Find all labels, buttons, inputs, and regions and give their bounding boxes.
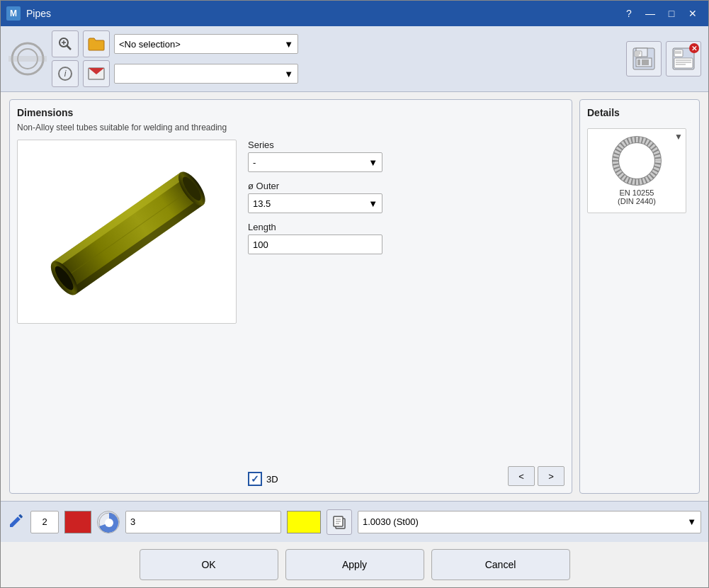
window-controls: ? — □ ✕	[619, 4, 703, 23]
nav-buttons: < >	[508, 466, 565, 486]
maximize-button[interactable]: □	[662, 4, 681, 23]
apply-button[interactable]: Apply	[285, 549, 424, 580]
color1-swatch[interactable]	[64, 511, 91, 533]
close-button[interactable]: ✕	[683, 4, 703, 23]
toolbar-controls: <No selection> ▼ i	[52, 30, 298, 87]
action-bar: OK Apply Cancel	[1, 542, 708, 587]
details-label1: EN 10255	[618, 188, 656, 197]
outer-field: ø Outer 13.5 ▼	[248, 181, 565, 213]
length-field: Length	[248, 222, 565, 254]
toolbar-row-1: <No selection> ▼	[52, 30, 298, 57]
pencil-icon	[8, 512, 25, 531]
color2-swatch[interactable]	[287, 511, 321, 533]
search-button[interactable]	[52, 30, 79, 57]
details-dropdown-icon[interactable]: ▼	[674, 132, 683, 142]
app-icon: M	[6, 6, 21, 21]
series-dropdown[interactable]: - ▼	[248, 152, 382, 172]
dimensions-body: Series - ▼ ø Outer 13.5 ▼	[17, 140, 565, 486]
info-button[interactable]: i	[52, 60, 79, 87]
length-input[interactable]	[248, 234, 382, 254]
toolbar: <No selection> ▼ i	[1, 26, 708, 92]
second-dropdown[interactable]: ▼	[114, 64, 298, 84]
cancel-button[interactable]: Cancel	[431, 549, 570, 580]
save-button[interactable]	[626, 41, 662, 77]
dimensions-subtitle: Non-Alloy steel tubes suitable for weldi…	[17, 123, 565, 132]
copy-button[interactable]	[327, 509, 352, 535]
ok-button[interactable]: OK	[140, 549, 278, 580]
title-bar: M Pipes ? — □ ✕	[1, 1, 708, 26]
outer-label: ø Outer	[248, 181, 565, 191]
folder-button[interactable]	[83, 30, 110, 57]
prev-button[interactable]: <	[508, 466, 535, 486]
bottom-bar: 1.0030 (St00) ▼	[1, 501, 708, 542]
svg-line-4	[67, 46, 72, 50]
series-label: Series	[248, 140, 565, 150]
dimensions-panel: Dimensions Non-Alloy steel tubes suitabl…	[9, 99, 572, 494]
minimize-button[interactable]: —	[640, 4, 660, 23]
layer-input[interactable]	[125, 511, 281, 533]
next-button[interactable]: >	[538, 466, 565, 486]
ring-icon	[612, 136, 662, 186]
transparency-icon[interactable]	[97, 511, 120, 533]
3d-label: 3D	[266, 474, 278, 485]
toolbar-row-2: i ▼	[52, 60, 298, 87]
selection-dropdown[interactable]: <No selection> ▼	[114, 34, 298, 54]
3d-checkbox-row: ✓ 3D	[248, 472, 278, 486]
main-window: M Pipes ? — □ ✕	[0, 0, 709, 588]
details-label2: (DIN 2440)	[618, 197, 656, 205]
3d-checkbox[interactable]: ✓	[248, 472, 262, 486]
material-dropdown[interactable]: 1.0030 (St00) ▼	[358, 511, 701, 533]
pipe-logo	[8, 39, 47, 79]
svg-rect-24	[674, 58, 693, 68]
outer-dropdown[interactable]: 13.5 ▼	[248, 193, 382, 213]
svg-line-31	[64, 188, 192, 278]
details-image: ▼ EN 10255 (DIN 2440)	[587, 128, 686, 213]
svg-rect-15	[642, 60, 649, 65]
email-button[interactable]	[83, 60, 110, 87]
save-red-button[interactable]: ✕	[666, 41, 701, 77]
window-title: Pipes	[26, 8, 619, 19]
svg-point-39	[105, 519, 113, 527]
series-field: Series - ▼	[248, 140, 565, 172]
details-panel: Details ▼ EN 10255 (DIN 2440)	[579, 99, 700, 494]
quantity-input[interactable]	[30, 511, 59, 533]
pipe-image	[17, 140, 237, 324]
pipe-3d-image	[28, 150, 226, 313]
dimensions-title: Dimensions	[17, 107, 565, 118]
length-label: Length	[248, 222, 565, 232]
main-content: Dimensions Non-Alloy steel tubes suitabl…	[1, 92, 708, 501]
dimensions-controls: Series - ▼ ø Outer 13.5 ▼	[248, 140, 565, 486]
svg-text:i: i	[64, 69, 67, 79]
svg-rect-14	[637, 60, 640, 65]
help-button[interactable]: ?	[619, 4, 639, 23]
toolbar-right: ✕	[626, 41, 701, 77]
details-title: Details	[587, 107, 692, 118]
svg-rect-2	[8, 56, 47, 62]
